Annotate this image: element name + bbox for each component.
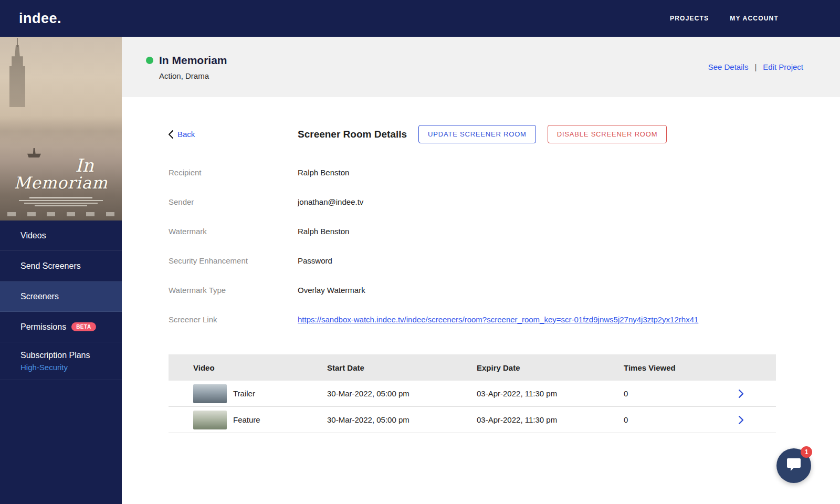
field-row-recipient: Recipient Ralph Benston bbox=[169, 166, 840, 178]
field-label: Recipient bbox=[169, 168, 298, 177]
field-value: Overlay Watermark bbox=[298, 286, 365, 295]
times-viewed-value: 0 bbox=[624, 415, 628, 424]
chat-unread-badge: 1 bbox=[801, 446, 812, 458]
back-chevron-icon bbox=[169, 130, 173, 139]
sidebar-item-label: Screeners bbox=[20, 292, 59, 301]
project-header-links: See Details | Edit Project bbox=[708, 62, 803, 71]
sidebar-item-subscription-plans[interactable]: Subscription Plans High-Security bbox=[0, 342, 122, 380]
back-button[interactable]: Back bbox=[169, 130, 298, 139]
chat-bubble-icon bbox=[786, 458, 801, 474]
sidebar-menu: Videos Send Screeners Screeners Permissi… bbox=[0, 220, 122, 380]
times-viewed-value: 0 bbox=[624, 389, 628, 398]
col-header-expiry-date: Expiry Date bbox=[477, 363, 624, 372]
videos-table: Video Start Date Expiry Date Times Viewe… bbox=[169, 354, 776, 433]
see-details-link[interactable]: See Details bbox=[708, 62, 749, 71]
sidebar-item-send-screeners[interactable]: Send Screeners bbox=[0, 251, 122, 281]
expiry-date-cell: 03-Apr-2022, 11:30 pm bbox=[477, 415, 624, 424]
sidebar: In Memoriam Videos Send Screeners Screen… bbox=[0, 37, 122, 504]
screener-link[interactable]: https://sandbox-watch.indee.tv/indee/scr… bbox=[298, 315, 698, 324]
project-status-dot bbox=[146, 57, 153, 64]
field-row-screener-link: Screener Link https://sandbox-watch.inde… bbox=[169, 313, 840, 326]
link-separator: | bbox=[754, 62, 757, 71]
start-date-cell: 30-Mar-2022, 05:00 pm bbox=[327, 389, 477, 398]
field-label: Watermark Type bbox=[169, 286, 298, 295]
expiry-date-cell: 03-Apr-2022, 11:30 pm bbox=[477, 389, 624, 398]
field-row-security-enhancement: Security Enhancement Password bbox=[169, 254, 840, 267]
video-thumbnail bbox=[193, 384, 227, 403]
poster-credits-block bbox=[14, 195, 108, 208]
nav-link-my-account[interactable]: MY ACCOUNT bbox=[730, 15, 779, 22]
field-value: Ralph Benston bbox=[298, 168, 349, 177]
field-label: Security Enhancement bbox=[169, 256, 298, 265]
poster-title-line1: In bbox=[0, 156, 122, 175]
sidebar-item-label: Videos bbox=[20, 231, 46, 240]
screener-room-details-panel: Back Screener Room Details UPDATE SCREEN… bbox=[122, 97, 840, 433]
video-name: Trailer bbox=[233, 389, 255, 398]
back-label: Back bbox=[177, 130, 195, 139]
page-title: Screener Room Details bbox=[298, 129, 407, 140]
col-header-start-date: Start Date bbox=[327, 363, 477, 372]
field-value: Password bbox=[298, 256, 332, 265]
table-row-trailer[interactable]: Trailer 30-Mar-2022, 05:00 pm 03-Apr-202… bbox=[169, 381, 776, 407]
times-viewed-cell: 0 bbox=[624, 389, 776, 398]
project-title: In Memoriam bbox=[159, 54, 227, 67]
poster-haze bbox=[0, 116, 122, 147]
row-chevron-right-icon[interactable] bbox=[739, 390, 743, 398]
detail-header: Back Screener Room Details UPDATE SCREEN… bbox=[169, 125, 840, 143]
poster-logos-row bbox=[7, 212, 114, 216]
field-row-watermark-type: Watermark Type Overlay Watermark bbox=[169, 284, 840, 296]
sidebar-item-videos[interactable]: Videos bbox=[0, 220, 122, 251]
poster-tower-silhouette bbox=[9, 45, 25, 107]
field-label: Sender bbox=[169, 197, 298, 206]
sidebar-item-permissions[interactable]: Permissions BETA bbox=[0, 312, 122, 342]
table-header-row: Video Start Date Expiry Date Times Viewe… bbox=[169, 354, 776, 381]
disable-screener-room-button[interactable]: DISABLE SCREENER ROOM bbox=[548, 125, 667, 143]
field-row-watermark: Watermark Ralph Benston bbox=[169, 225, 840, 237]
row-chevron-right-icon[interactable] bbox=[739, 416, 743, 424]
table-row-feature[interactable]: Feature 30-Mar-2022, 05:00 pm 03-Apr-202… bbox=[169, 407, 776, 433]
video-cell: Feature bbox=[169, 411, 327, 429]
video-cell: Trailer bbox=[169, 384, 327, 403]
project-poster: In Memoriam bbox=[0, 37, 122, 220]
video-name: Feature bbox=[233, 415, 260, 424]
poster-title: In Memoriam bbox=[0, 156, 122, 191]
chat-launcher-button[interactable]: 1 bbox=[776, 448, 811, 483]
field-row-sender: Sender jonathan@indee.tv bbox=[169, 195, 840, 208]
project-header-left: In Memoriam Action, Drama bbox=[146, 54, 227, 80]
poster-title-line2: Memoriam bbox=[0, 175, 122, 192]
col-header-times-viewed: Times Viewed bbox=[624, 363, 776, 372]
update-screener-room-button[interactable]: UPDATE SCREENER ROOM bbox=[418, 125, 536, 143]
sidebar-item-label: Permissions bbox=[20, 322, 66, 332]
sidebar-item-label: Subscription Plans bbox=[20, 351, 90, 360]
indee-logo[interactable]: indee. bbox=[19, 10, 61, 27]
project-genres: Action, Drama bbox=[159, 71, 227, 80]
nav-links: PROJECTS MY ACCOUNT bbox=[670, 15, 779, 22]
main-area: In Memoriam Action, Drama See Details | … bbox=[122, 37, 840, 504]
start-date-cell: 30-Mar-2022, 05:00 pm bbox=[327, 415, 477, 424]
beta-badge: BETA bbox=[71, 322, 96, 331]
sidebar-item-screeners[interactable]: Screeners bbox=[0, 281, 122, 312]
sidebar-item-label: Send Screeners bbox=[20, 261, 81, 271]
edit-project-link[interactable]: Edit Project bbox=[763, 62, 803, 71]
field-value: Ralph Benston bbox=[298, 227, 349, 236]
nav-link-projects[interactable]: PROJECTS bbox=[670, 15, 709, 22]
project-header: In Memoriam Action, Drama See Details | … bbox=[122, 37, 840, 97]
sidebar-item-subscription-tier[interactable]: High-Security bbox=[20, 363, 68, 372]
times-viewed-cell: 0 bbox=[624, 415, 776, 424]
col-header-video: Video bbox=[169, 363, 327, 372]
field-label: Screener Link bbox=[169, 315, 298, 324]
top-navbar: indee. PROJECTS MY ACCOUNT bbox=[0, 0, 840, 37]
video-thumbnail bbox=[193, 411, 227, 429]
field-value: jonathan@indee.tv bbox=[298, 197, 363, 206]
field-label: Watermark bbox=[169, 227, 298, 236]
